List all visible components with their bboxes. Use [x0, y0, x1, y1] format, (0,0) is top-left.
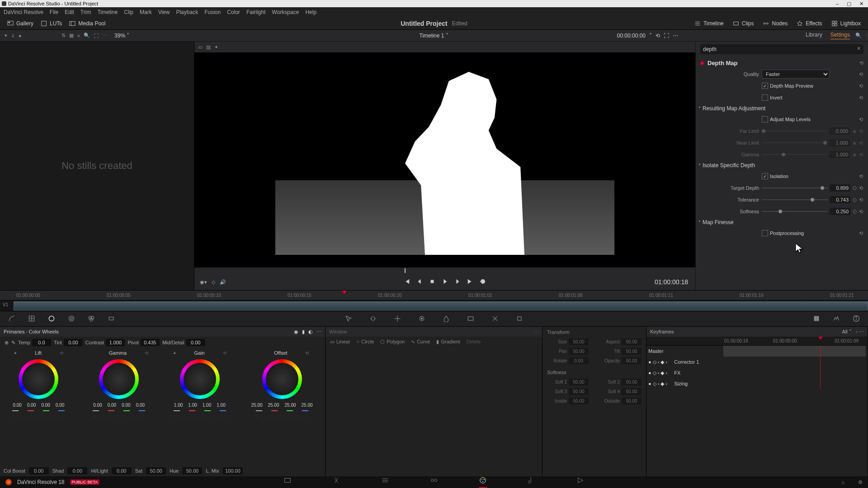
loop-button[interactable]: [480, 278, 486, 286]
magic-mask-icon[interactable]: [418, 315, 425, 323]
softness-reset-icon[interactable]: ⟲: [859, 209, 864, 215]
softness-slider[interactable]: [762, 211, 828, 212]
kf-option-icon[interactable]: ◦: [856, 329, 858, 334]
image-wipe-icon[interactable]: ▭: [198, 44, 203, 50]
effects-button[interactable]: Effects: [793, 19, 826, 28]
viewer-canvas[interactable]: [194, 52, 695, 267]
viewer-scrubber[interactable]: [194, 267, 695, 274]
gain-picker-icon[interactable]: +: [173, 350, 176, 356]
shape-curve[interactable]: ∿Curve: [411, 339, 430, 345]
gamma-value[interactable]: 1.000: [829, 151, 850, 158]
target-keyframe-icon[interactable]: [853, 186, 857, 190]
play-button[interactable]: [442, 278, 448, 286]
sizing-icon[interactable]: [491, 315, 499, 323]
primaries-mode-wheels-icon[interactable]: ◉: [294, 329, 298, 335]
colboost-value[interactable]: 0.00: [29, 467, 49, 474]
blur-icon[interactable]: [443, 315, 450, 323]
softness-keyframe-icon[interactable]: [853, 209, 857, 214]
thumbnails-icon[interactable]: ▦: [69, 33, 74, 38]
target-reset-icon[interactable]: ⟲: [859, 185, 864, 191]
mediapool-button[interactable]: Media Pool: [66, 19, 109, 28]
pivot-value[interactable]: 0.435: [141, 339, 160, 346]
opacity-value[interactable]: 50.00: [622, 357, 642, 364]
page-edit-icon[interactable]: [381, 476, 389, 488]
hdr-palette-icon[interactable]: [68, 315, 75, 323]
lightbox-button[interactable]: Lightbox: [828, 19, 864, 28]
page-color-icon[interactable]: [479, 476, 487, 488]
aspect-value[interactable]: 50.00: [622, 338, 642, 345]
effects-search-input[interactable]: [700, 44, 863, 54]
last-frame-button[interactable]: [467, 278, 473, 286]
shape-polygon[interactable]: ⬠Polygon: [380, 339, 405, 345]
lift-picker-icon[interactable]: +: [14, 350, 17, 356]
page-cut-icon[interactable]: [332, 476, 340, 488]
pan-value[interactable]: 50.00: [569, 348, 589, 355]
hue-value[interactable]: 50.00: [182, 467, 202, 474]
offset-wheel[interactable]: [262, 359, 302, 399]
page-fairlight-icon[interactable]: [528, 476, 536, 488]
dropdown-1-icon[interactable]: ▾: [5, 33, 7, 38]
more-icon[interactable]: ⋯: [102, 33, 107, 38]
menu-clip[interactable]: Clip: [124, 9, 133, 15]
window-icon[interactable]: [369, 315, 377, 323]
shape-circle[interactable]: ○Circle: [357, 339, 374, 344]
quality-select[interactable]: Faster: [762, 70, 830, 79]
hilight-value[interactable]: 0.00: [112, 467, 132, 474]
postprocess-checkbox[interactable]: [762, 230, 768, 236]
shad-value[interactable]: 0.00: [67, 467, 87, 474]
far-limit-value[interactable]: 0.000: [829, 127, 850, 135]
tolerance-keyframe-icon[interactable]: [853, 197, 857, 202]
near-limit-slider[interactable]: [762, 142, 827, 143]
sat-value[interactable]: 50.00: [146, 467, 166, 474]
motion-palette-icon[interactable]: [108, 315, 115, 323]
magnifier-icon[interactable]: 🔍: [84, 33, 90, 38]
soft2-value[interactable]: 50.00: [622, 379, 642, 385]
page-fusion-icon[interactable]: [430, 476, 438, 488]
scopes-icon[interactable]: [833, 315, 840, 323]
temp-value[interactable]: 0.0: [32, 339, 51, 346]
softness-value[interactable]: 0.250: [830, 208, 850, 215]
menu-color[interactable]: Color: [227, 9, 240, 15]
menu-fairlight[interactable]: Fairlight: [246, 9, 266, 15]
shape-delete[interactable]: Delete: [467, 339, 481, 344]
fit-icon[interactable]: ⛶: [94, 33, 99, 38]
size-value[interactable]: 50.00: [569, 338, 589, 345]
menu-fusion[interactable]: Fusion: [204, 9, 221, 15]
video-clip[interactable]: [14, 301, 868, 310]
menu-timeline[interactable]: Timeline: [97, 9, 118, 15]
middetail-value[interactable]: 0.00: [186, 339, 205, 346]
split-icon[interactable]: ▥: [206, 44, 211, 50]
tab-settings[interactable]: Settings: [830, 32, 850, 39]
mute-icon[interactable]: 🔊: [220, 279, 226, 285]
kf-row-master[interactable]: Master: [648, 348, 664, 354]
rotate-value[interactable]: 0.00: [569, 357, 589, 364]
record-icon[interactable]: ●: [19, 33, 22, 38]
info-icon[interactable]: [853, 315, 860, 323]
fx-reset-icon[interactable]: ⟲: [859, 60, 863, 66]
kf-row-corrector[interactable]: Corrector 1: [674, 359, 699, 365]
highlight-icon[interactable]: ✦: [214, 44, 218, 50]
luts-button[interactable]: LUTs: [37, 19, 66, 28]
quality-reset-icon[interactable]: ⟲: [859, 71, 864, 77]
window-more-icon[interactable]: ⋯: [533, 329, 538, 335]
timeline-ruler[interactable]: 01:00:00:00 01:00:00:05 01:00:00:10 01:0…: [0, 290, 868, 300]
gain-master-slider[interactable]: [175, 415, 225, 418]
tint-value[interactable]: 0.00: [64, 339, 83, 346]
page-media-icon[interactable]: [283, 476, 292, 488]
soft4-value[interactable]: 50.00: [622, 388, 642, 395]
home-icon[interactable]: ⌂: [841, 479, 844, 485]
isolation-checkbox[interactable]: [762, 173, 768, 179]
invert-checkbox[interactable]: [762, 94, 768, 101]
shape-linear[interactable]: ▭Linear: [330, 339, 350, 345]
key-icon[interactable]: [467, 315, 474, 323]
tolerance-value[interactable]: 0.743: [830, 196, 850, 203]
viewer-timecode[interactable]: 01:00:00:18: [655, 278, 688, 286]
stop-button[interactable]: [429, 278, 435, 286]
unmix-icon[interactable]: ◇: [212, 279, 215, 285]
kf-playhead-icon[interactable]: [818, 337, 823, 340]
gamma-wheel[interactable]: [99, 359, 139, 399]
tab-library[interactable]: Library: [806, 32, 822, 39]
offset-master-slider[interactable]: [257, 415, 307, 418]
window-maximize[interactable]: ▢: [847, 1, 851, 7]
warper-palette-icon[interactable]: [28, 315, 35, 323]
